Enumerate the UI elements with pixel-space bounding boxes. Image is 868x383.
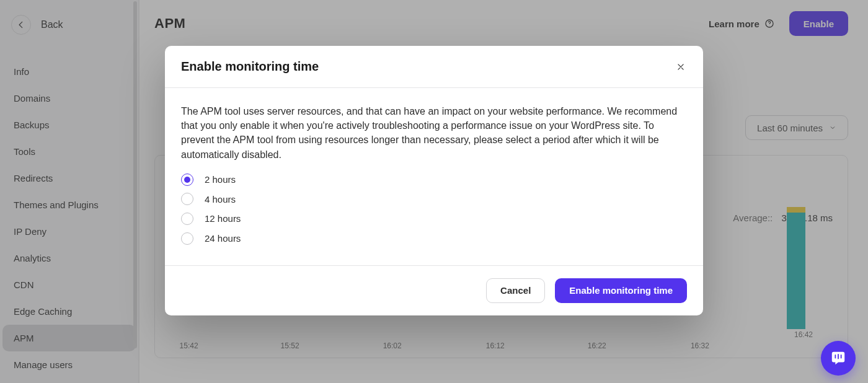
radio-label: 12 hours	[205, 212, 241, 226]
radio-label: 24 hours	[205, 232, 241, 245]
duration-option-12-hours[interactable]: 12 hours	[181, 212, 687, 226]
radio-dot	[181, 193, 193, 205]
radio-label: 2 hours	[205, 173, 236, 187]
intercom-icon	[830, 350, 846, 366]
intercom-launcher[interactable]	[821, 341, 856, 376]
radio-dot	[181, 174, 193, 186]
enable-monitoring-modal: Enable monitoring time The APM tool uses…	[165, 46, 703, 315]
cancel-button[interactable]: Cancel	[486, 278, 545, 303]
radio-label: 4 hours	[205, 193, 236, 206]
radio-dot	[181, 232, 193, 245]
modal-description: The APM tool uses server resources, and …	[181, 104, 687, 162]
confirm-enable-button[interactable]: Enable monitoring time	[555, 278, 687, 303]
close-icon	[676, 63, 685, 71]
duration-radio-group: 2 hours4 hours12 hours24 hours	[181, 173, 687, 260]
duration-option-24-hours[interactable]: 24 hours	[181, 232, 687, 245]
duration-option-2-hours[interactable]: 2 hours	[181, 173, 687, 187]
radio-dot	[181, 213, 193, 225]
modal-close-button[interactable]	[675, 61, 687, 73]
modal-title: Enable monitoring time	[181, 59, 319, 74]
duration-option-4-hours[interactable]: 4 hours	[181, 193, 687, 206]
